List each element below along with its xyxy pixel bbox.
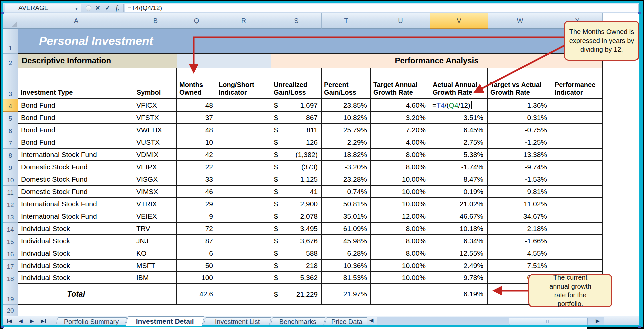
- cell-B17[interactable]: MSFT: [134, 260, 177, 272]
- cell-Q4[interactable]: 48: [177, 99, 216, 112]
- cell-section-performance-analysis[interactable]: Performance Analysis: [271, 54, 603, 68]
- name-box[interactable]: AVERAGE ▼: [5, 4, 81, 12]
- sheet-tab-portfolio-summary[interactable]: Portfolio Summary: [56, 317, 127, 326]
- cell-S18[interactable]: $5,362: [271, 272, 322, 284]
- cell-R16[interactable]: [216, 247, 271, 260]
- cell-header-S3[interactable]: Unrealized Gain/Loss: [271, 68, 322, 99]
- column-header-W[interactable]: W: [488, 13, 552, 29]
- cell-Q13[interactable]: 9: [177, 210, 216, 223]
- cell-X9[interactable]: [552, 161, 603, 173]
- cell-A5[interactable]: Bond Fund: [18, 112, 134, 124]
- cell-R13[interactable]: [216, 210, 271, 223]
- cell-Q9[interactable]: 22: [177, 161, 216, 173]
- row-header-2[interactable]: 2: [3, 54, 18, 68]
- cell-T5[interactable]: 10.82%: [322, 112, 371, 124]
- cell-W10[interactable]: -1.53%: [488, 173, 552, 186]
- cell-Q8[interactable]: 42: [177, 149, 216, 161]
- range-handle[interactable]: [1, 326, 4, 328]
- last-sheet-icon[interactable]: ▶: [39, 317, 47, 325]
- cell-T11[interactable]: 0.74%: [322, 186, 371, 198]
- range-handle[interactable]: [1, 12, 4, 14]
- cell-V18[interactable]: 9.78%: [430, 272, 488, 284]
- cell-header-V3[interactable]: Actual Annual Growth Rate: [430, 68, 488, 99]
- cell-Q12[interactable]: 29: [177, 198, 216, 210]
- cell-R11[interactable]: [216, 186, 271, 198]
- cell-S6[interactable]: $811: [271, 124, 322, 136]
- cell-V8[interactable]: -5.38%: [430, 149, 488, 161]
- sheet-tab-investment-list[interactable]: Investment List: [203, 317, 271, 326]
- cell-A18[interactable]: Individual Stock: [18, 272, 134, 284]
- row-header-15[interactable]: 15: [3, 235, 18, 247]
- cell-T4[interactable]: 23.85%: [322, 99, 371, 112]
- cell-A13[interactable]: International Stock Fund: [18, 210, 134, 223]
- cell-R8[interactable]: [216, 149, 271, 161]
- cell-Q17[interactable]: 50: [177, 260, 216, 272]
- cell-S4[interactable]: $1,697: [271, 99, 322, 112]
- cell-S16[interactable]: $588: [271, 247, 322, 260]
- cell-A9[interactable]: Domestic Stock Fund: [18, 161, 134, 173]
- cell-V5[interactable]: 3.51%: [430, 112, 488, 124]
- cell-Q18[interactable]: 100: [177, 272, 216, 284]
- next-sheet-icon[interactable]: ▶: [28, 317, 36, 325]
- cell-S19[interactable]: $21,229: [271, 284, 322, 305]
- cell-R4[interactable]: [216, 99, 271, 112]
- column-header-R[interactable]: R: [216, 13, 271, 29]
- cell-X16[interactable]: [552, 247, 603, 260]
- cell-W17[interactable]: -7.51%: [488, 260, 552, 272]
- cell-X7[interactable]: [552, 136, 603, 149]
- cell-header-Q3[interactable]: Months Owned: [177, 68, 216, 99]
- cell-X8[interactable]: [552, 149, 603, 161]
- cell-A17[interactable]: Individual Stock: [18, 260, 134, 272]
- cell-X5[interactable]: [552, 112, 603, 124]
- scrollbar-thumb[interactable]: [509, 318, 588, 325]
- cell-A11[interactable]: Domestic Stock Fund: [18, 186, 134, 198]
- cell-R18[interactable]: [216, 272, 271, 284]
- cell-title-personal-investment[interactable]: Personal Investment: [18, 29, 603, 54]
- row-header-9[interactable]: 9: [3, 161, 18, 173]
- cell-Q16[interactable]: 6: [177, 247, 216, 260]
- cell-V10[interactable]: 8.47%: [430, 173, 488, 186]
- formula-input[interactable]: =T4/(Q4/12): [125, 4, 639, 12]
- cell-U7[interactable]: 4.00%: [371, 136, 430, 149]
- cell-S8[interactable]: $(1,382): [271, 149, 322, 161]
- cell-V12[interactable]: 21.02%: [430, 198, 488, 210]
- cell-header-T3[interactable]: Percent Gain/Loss: [322, 68, 371, 99]
- cell-T12[interactable]: 50.81%: [322, 198, 371, 210]
- cell-S17[interactable]: $218: [271, 260, 322, 272]
- row-header-12[interactable]: 12: [3, 198, 18, 210]
- cell-Q19[interactable]: 42.6: [177, 284, 216, 305]
- cell-U11[interactable]: 10.00%: [371, 186, 430, 198]
- row-header-14[interactable]: 14: [3, 223, 18, 235]
- cell-T6[interactable]: 25.79%: [322, 124, 371, 136]
- cancel-icon[interactable]: ✕: [93, 4, 102, 12]
- cell-V19[interactable]: 6.19%: [430, 284, 488, 305]
- previous-sheet-icon[interactable]: ◀: [17, 317, 25, 325]
- cell-T9[interactable]: -3.20%: [322, 161, 371, 173]
- cell-Q5[interactable]: 37: [177, 112, 216, 124]
- insert-function-icon[interactable]: fx: [113, 4, 122, 12]
- cell-T16[interactable]: 6.28%: [322, 247, 371, 260]
- cell-A15[interactable]: Individual Stock: [18, 235, 134, 247]
- cell-header-X3[interactable]: Performance Indicator: [552, 68, 603, 99]
- row-header-18[interactable]: 18: [3, 272, 18, 284]
- row-header-20[interactable]: 20: [3, 305, 18, 316]
- cell-Q14[interactable]: 72: [177, 223, 216, 235]
- row-header-16[interactable]: 16: [3, 247, 18, 260]
- cell-T10[interactable]: 23.28%: [322, 173, 371, 186]
- cell-R5[interactable]: [216, 112, 271, 124]
- cell-W14[interactable]: 2.18%: [488, 223, 552, 235]
- cell-B10[interactable]: VISGX: [134, 173, 177, 186]
- cell-V16[interactable]: 12.55%: [430, 247, 488, 260]
- cell-B13[interactable]: VEIEX: [134, 210, 177, 223]
- select-all-corner[interactable]: [3, 13, 18, 29]
- cell-V11[interactable]: 0.19%: [430, 186, 488, 198]
- column-header-Q[interactable]: Q: [177, 13, 216, 29]
- name-box-dropdown-icon[interactable]: ▼: [75, 7, 78, 11]
- column-header-U[interactable]: U: [371, 13, 430, 29]
- column-header-S[interactable]: S: [271, 13, 322, 29]
- cell-S11[interactable]: $41: [271, 186, 322, 198]
- cell-T8[interactable]: -18.82%: [322, 149, 371, 161]
- cell-A12[interactable]: International Stock Fund: [18, 198, 134, 210]
- cell-R6[interactable]: [216, 124, 271, 136]
- cell-U13[interactable]: 12.00%: [371, 210, 430, 223]
